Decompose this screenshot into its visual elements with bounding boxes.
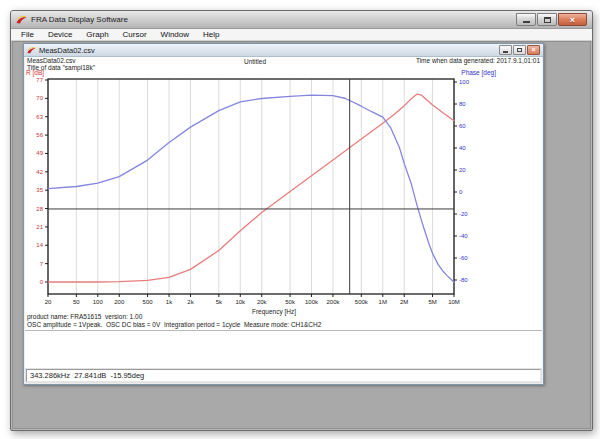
maximize-icon (544, 17, 551, 23)
measurement-window-titlebar[interactable]: MeasData02.csv × (24, 44, 543, 57)
gain-tick-label: 77 (36, 77, 43, 83)
measurement-window-title: MeasData02.csv (39, 46, 95, 55)
gain-tick-label: 42 (36, 169, 43, 175)
phase-tick-label: -80 (459, 277, 468, 283)
x-tick-label: 100 (93, 299, 104, 305)
menu-graph[interactable]: Graph (79, 29, 115, 40)
app-titlebar[interactable]: FRA Data Display Software × (11, 11, 592, 29)
desktop: FRA Data Display Software × File Device … (0, 0, 600, 439)
x-tick-label: 5k (216, 299, 223, 305)
graph-panel: MeasData02.csv Title of data "sampl18k" … (25, 57, 542, 368)
phase-tick-label: 40 (459, 145, 466, 151)
product-info-label: product name: FRA51615 version: 1.00 (27, 313, 142, 320)
x-tick-label: 10M (448, 299, 460, 305)
child-window-controls: × (499, 45, 540, 55)
phase-tick-label: 20 (459, 167, 466, 173)
phase-axis-title: Phase [deg] (461, 69, 496, 77)
phase-tick-label: 80 (459, 101, 466, 107)
measurement-window: MeasData02.csv × MeasData02.csv Title of… (23, 43, 544, 385)
footer-separator (25, 330, 542, 331)
menu-help[interactable]: Help (196, 29, 226, 40)
x-tick-label: 200 (114, 299, 125, 305)
x-tick-label: 2k (187, 299, 194, 305)
phase-tick-label: 60 (459, 123, 466, 129)
app-icon (16, 15, 27, 25)
app-window: FRA Data Display Software × File Device … (10, 10, 593, 431)
osc-settings-label: OSC amplitude = 1Vpeak. OSC DC bias = 0V… (27, 321, 321, 328)
mdi-workspace: MeasData02.csv × MeasData02.csv Title of… (12, 41, 591, 429)
x-tick-label: 50k (285, 299, 296, 305)
menu-device[interactable]: Device (41, 29, 79, 40)
menu-cursor[interactable]: Cursor (116, 29, 154, 40)
child-maximize-icon (517, 48, 522, 52)
x-tick-label: 100k (305, 299, 319, 305)
x-tick-label: 500 (143, 299, 154, 305)
plot-frame (48, 79, 454, 294)
x-tick-label: 20 (45, 299, 52, 305)
x-tick-label: 2M (400, 299, 408, 305)
x-tick-label: 1k (166, 299, 173, 305)
close-icon: × (570, 15, 575, 25)
minimize-icon (523, 21, 530, 23)
bode-plot: 20501002005001k2k5k10k20k50k100k200k500k… (25, 67, 542, 319)
menu-file[interactable]: File (14, 29, 41, 40)
gain-curve (48, 94, 454, 282)
phase-tick-label: -20 (459, 211, 468, 217)
frequency-axis-title: Frequency [Hz] (252, 308, 296, 316)
phase-tick-label: 0 (459, 189, 463, 195)
gain-tick-label: 0 (40, 279, 44, 285)
generated-time-label: Time when data generated: 2017.9.1,01:01 (416, 57, 540, 64)
x-tick-label: 500k (355, 299, 369, 305)
minimize-button[interactable] (516, 13, 536, 26)
x-tick-label: 5M (428, 299, 436, 305)
x-tick-label: 20k (257, 299, 268, 305)
gain-tick-label: 70 (36, 95, 43, 101)
phase-tick-label: -40 (459, 233, 468, 239)
child-minimize-icon (503, 51, 508, 53)
menu-window[interactable]: Window (154, 29, 196, 40)
maximize-button[interactable] (537, 13, 557, 26)
child-maximize-button[interactable] (513, 45, 526, 55)
child-minimize-button[interactable] (499, 45, 512, 55)
phase-curve (48, 95, 454, 282)
x-tick-label: 200k (326, 299, 340, 305)
gain-tick-label: 49 (36, 150, 43, 156)
x-tick-label: 1M (379, 299, 387, 305)
gain-tick-label: 63 (36, 114, 43, 120)
document-icon (27, 46, 36, 55)
gain-tick-label: 35 (36, 187, 43, 193)
app-title: FRA Data Display Software (31, 15, 128, 24)
menubar: File Device Graph Cursor Window Help (11, 29, 592, 41)
gain-tick-label: 21 (36, 224, 43, 230)
child-close-button[interactable]: × (527, 45, 540, 55)
phase-tick-label: -60 (459, 255, 468, 261)
close-button[interactable]: × (558, 13, 587, 26)
x-tick-label: 50 (73, 299, 80, 305)
phase-tick-label: 100 (459, 79, 470, 85)
gain-tick-label: 7 (40, 261, 44, 267)
gain-tick-label: 28 (36, 206, 43, 212)
status-bar: 343.286kHz 27.841dB -15.95deg (25, 368, 542, 383)
window-controls: × (516, 13, 587, 26)
x-tick-label: 10k (235, 299, 246, 305)
child-close-icon: × (531, 46, 535, 54)
cursor-readout: 343.286kHz 27.841dB -15.95deg (26, 369, 541, 382)
gain-tick-label: 14 (36, 242, 43, 248)
gain-axis-title: R [dB] (26, 69, 44, 77)
gain-tick-label: 56 (36, 132, 43, 138)
